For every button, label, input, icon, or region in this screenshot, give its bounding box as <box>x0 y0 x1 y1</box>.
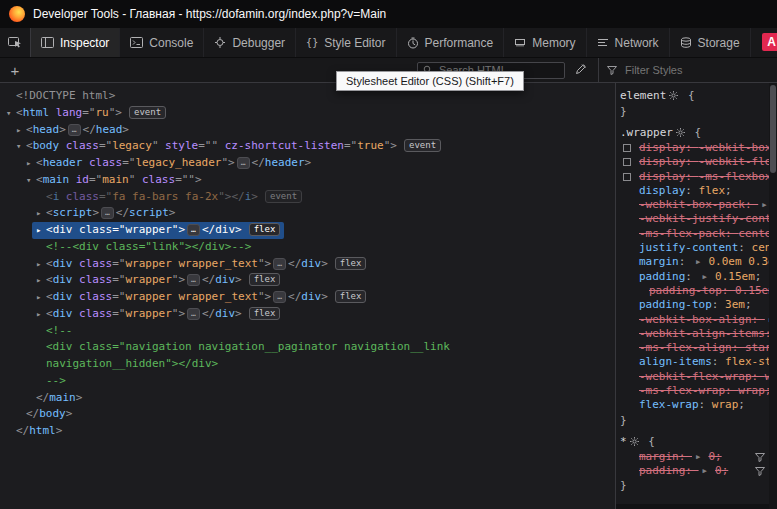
punctuation[interactable]: </ <box>288 257 301 270</box>
markup-node[interactable]: ▸<div class="wrapper wrapper_text">…</di… <box>36 256 366 273</box>
event-badge[interactable]: event <box>129 106 166 119</box>
expand-arrow-icon[interactable]: ▸ <box>36 205 46 222</box>
punctuation[interactable]: < <box>46 190 53 203</box>
tab-inspector[interactable]: Inspector <box>31 28 120 57</box>
punctuation[interactable]: "> <box>172 223 185 236</box>
flex-badge[interactable]: flex <box>249 307 281 320</box>
punctuation[interactable]: =" <box>89 173 102 186</box>
css-declaration[interactable]: display: flex; <box>620 184 777 198</box>
expand-arrow-icon[interactable]: ▸ <box>36 289 46 306</box>
tab-styleeditor[interactable]: {}Style Editor <box>296 28 396 57</box>
css-declaration[interactable]: align-items: flex-start; <box>620 355 777 369</box>
tag-name[interactable]: div <box>215 223 235 236</box>
css-declaration[interactable]: -webkit-box-pack: ▶ <box>620 198 777 212</box>
expand-arrow-icon[interactable]: ▸ <box>36 272 46 289</box>
eyedropper-button[interactable] <box>571 61 591 79</box>
markup-node[interactable]: <div class="navigation navigation__pagin… <box>36 339 450 356</box>
punctuation[interactable]: =" <box>112 257 125 270</box>
gear-icon[interactable] <box>669 89 678 104</box>
punctuation[interactable]: > <box>76 391 83 404</box>
collapsed-children-pill[interactable]: … <box>101 207 114 219</box>
punctuation[interactable]: =" <box>99 139 112 152</box>
property-value[interactable]: 0.15em <box>715 270 755 283</box>
punctuation[interactable]: < <box>36 173 43 186</box>
attribute-value[interactable]: main <box>102 173 129 186</box>
attribute-value[interactable]: wrapper <box>126 273 172 286</box>
markup-node[interactable]: ▸<div class="wrapper">…</div>flex <box>36 272 280 289</box>
punctuation[interactable]: </ <box>26 407 39 420</box>
attribute-name[interactable]: class <box>82 156 122 169</box>
punctuation[interactable]: < <box>46 273 53 286</box>
expand-arrow-icon[interactable]: ▸ <box>36 306 46 323</box>
punctuation[interactable]: =""> <box>175 173 202 186</box>
tag-name[interactable]: html <box>29 424 56 437</box>
property-name[interactable]: -webkit-align-items <box>639 327 765 340</box>
punctuation[interactable]: "> <box>172 273 185 286</box>
punctuation[interactable]: > <box>235 307 242 320</box>
collapsed-children-pill[interactable]: … <box>273 258 286 270</box>
css-declaration[interactable]: -webkit-flex-wrap: wrap; <box>620 370 777 384</box>
tab-memory[interactable]: Memory <box>504 28 586 57</box>
css-declaration[interactable]: padding-top: 3em; <box>620 298 777 312</box>
punctuation[interactable]: > <box>321 257 328 270</box>
markup-node[interactable]: ▾<html lang="ru">event <box>6 105 166 122</box>
punctuation[interactable]: < <box>46 257 53 270</box>
markup-node[interactable]: <!--<div class="link"></div>--> <box>36 239 251 256</box>
expand-arrow-icon[interactable]: ▸ <box>36 256 46 273</box>
punctuation[interactable]: =" <box>112 290 125 303</box>
collapsed-children-pill[interactable]: … <box>237 157 250 169</box>
expand-arrow-icon[interactable]: ▾ <box>26 172 36 189</box>
collapsed-children-pill[interactable]: … <box>187 274 200 286</box>
punctuation[interactable]: < <box>26 123 33 136</box>
attribute-value[interactable]: wrapper wrapper_text <box>126 290 258 303</box>
attribute-value[interactable]: wrapper wrapper_text <box>126 257 258 270</box>
punctuation[interactable]: > <box>66 407 73 420</box>
markup-node[interactable]: ▸<div class="wrapper">…</div>flex <box>36 306 280 323</box>
declaration-checkbox[interactable] <box>623 173 631 181</box>
collapsed-children-pill[interactable]: … <box>68 124 81 136</box>
tag-name[interactable]: html <box>23 106 50 119</box>
tag-name[interactable]: div <box>53 273 73 286</box>
markup-node[interactable]: ▾<body class="legacy" style="" cz-shortc… <box>16 138 441 155</box>
horizontal-scrollbar[interactable] <box>616 504 777 509</box>
tag-name[interactable]: body <box>33 139 60 152</box>
punctuation[interactable]: =" <box>112 223 125 236</box>
property-value[interactable]: 0.0em 0.3em <box>708 255 777 268</box>
css-declaration[interactable]: justify-content: center; <box>620 241 777 255</box>
markup-node[interactable]: ▸<script>…</script> <box>36 205 175 222</box>
punctuation[interactable]: < <box>46 206 53 219</box>
expander-icon[interactable]: ▶ <box>703 464 711 478</box>
punctuation[interactable]: "> <box>258 257 271 270</box>
property-name[interactable]: justify-content <box>639 241 738 254</box>
property-name[interactable]: align-items <box>639 355 712 368</box>
punctuation[interactable]: " <box>152 139 159 152</box>
punctuation[interactable]: > <box>235 223 242 236</box>
tag-name[interactable]: main <box>43 173 70 186</box>
collapsed-children-pill[interactable]: … <box>187 224 200 236</box>
property-name[interactable]: margin <box>639 255 679 268</box>
punctuation[interactable]: > <box>59 123 66 136</box>
punctuation[interactable]: </ <box>231 190 244 203</box>
punctuation[interactable]: < <box>46 223 53 236</box>
punctuation[interactable]: "> <box>218 190 231 203</box>
collapsed-children-pill[interactable]: … <box>273 291 286 303</box>
markup-node[interactable]: <!-- <box>36 323 73 340</box>
flex-badge[interactable]: flex <box>249 273 281 286</box>
expander-icon[interactable]: ▶ <box>696 255 704 269</box>
property-name[interactable]: -webkit-box-align <box>639 313 752 326</box>
node-picker-button[interactable] <box>0 28 31 57</box>
gear-icon[interactable] <box>676 126 685 141</box>
css-declaration[interactable]: padding: ▶ 0; <box>620 464 777 478</box>
punctuation[interactable]: </ <box>36 391 49 404</box>
property-name[interactable]: display <box>639 141 685 154</box>
punctuation[interactable]: > <box>56 424 63 437</box>
attribute-value[interactable]: ru <box>96 106 109 119</box>
css-declaration[interactable]: display: -webkit-box; <box>620 141 777 155</box>
property-name[interactable]: display <box>639 170 685 183</box>
tag-name[interactable]: header <box>265 156 305 169</box>
scrollbar-thumb[interactable] <box>770 85 776 173</box>
punctuation[interactable]: </ <box>252 156 265 169</box>
tag-name[interactable]: head <box>33 123 60 136</box>
markup-node[interactable]: </body> <box>16 406 72 423</box>
attribute-name[interactable]: style <box>159 139 199 152</box>
